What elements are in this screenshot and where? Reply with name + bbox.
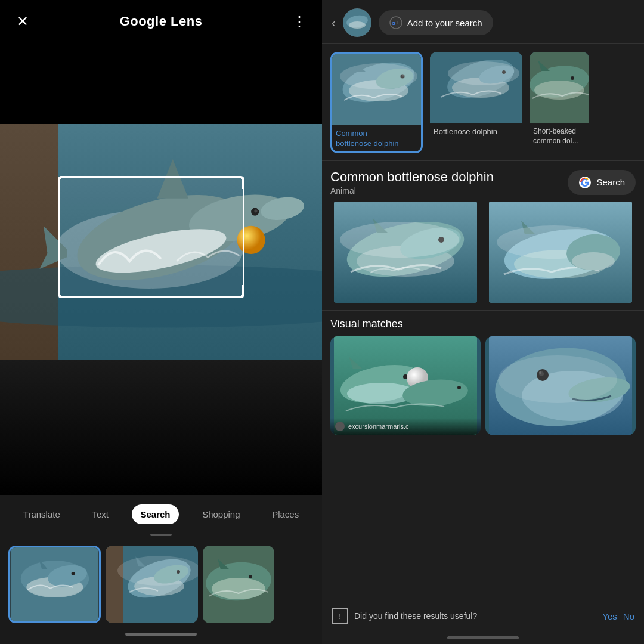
dolphin-scene-bg xyxy=(0,43,322,495)
svg-point-8 xyxy=(254,210,257,213)
svg-point-29 xyxy=(249,575,252,578)
visual-matches-section: Visual matches xyxy=(322,311,644,439)
thumb-1-image xyxy=(10,547,99,621)
species-selector-row: Commonbottlenose dolphin Bottlenose dolp… xyxy=(322,44,644,153)
corner-br xyxy=(231,285,244,298)
right-panel: ‹ G + Add to your search xyxy=(322,0,644,644)
thumb-2-image xyxy=(106,546,198,623)
big-image-1-content xyxy=(330,202,481,303)
species-card-2-image xyxy=(430,52,522,123)
corner-bl xyxy=(58,285,71,298)
corner-tl xyxy=(58,176,71,189)
visual-matches-title: Visual matches xyxy=(330,318,636,330)
visual-match-1[interactable]: excursionmarmaris.c xyxy=(330,336,481,435)
vm-card-1-footer: excursionmarmaris.c xyxy=(330,418,481,435)
header-thumb-image xyxy=(343,8,371,37)
add-to-search-button[interactable]: G + Add to your search xyxy=(379,10,493,35)
species-label-2: Bottlenose dolphin xyxy=(430,123,522,140)
tab-text[interactable]: Text xyxy=(83,504,117,524)
vm-site-icon-1 xyxy=(335,422,345,431)
feedback-bar: ! Did you find these results useful? Yes… xyxy=(322,599,644,633)
vm-card-2-image xyxy=(485,336,636,435)
thumbnails-row xyxy=(0,541,322,630)
svg-point-64 xyxy=(340,222,459,258)
back-button[interactable]: ‹ xyxy=(332,16,336,30)
vm-site-name-1: excursionmarmaris.c xyxy=(348,423,408,430)
home-indicator-left xyxy=(125,633,197,636)
svg-point-50 xyxy=(448,61,519,85)
left-header: ✕ Google Lens ⋮ xyxy=(0,0,322,43)
tab-translate[interactable]: Translate xyxy=(15,504,69,524)
big-image-2-content xyxy=(485,202,636,303)
google-plus-icon: G + xyxy=(389,16,402,29)
more-options-button[interactable]: ⋮ xyxy=(289,13,310,30)
svg-point-32 xyxy=(349,21,366,29)
tabs-row: Translate Text Search Shopping Places xyxy=(0,504,322,531)
svg-text:+: + xyxy=(396,20,400,26)
entity-type: Animal xyxy=(330,186,494,196)
species-card-2[interactable]: Bottlenose dolphin xyxy=(430,52,522,153)
svg-point-27 xyxy=(212,578,265,599)
svg-point-24 xyxy=(117,556,198,586)
search-button[interactable]: Search xyxy=(568,170,636,195)
bottom-section: Translate Text Search Shopping Places xyxy=(0,495,322,644)
species-card-1[interactable]: Commonbottlenose dolphin xyxy=(330,52,423,153)
svg-point-55 xyxy=(571,76,574,80)
thumbnail-1[interactable] xyxy=(8,546,101,623)
entity-info: Common bottlenose dolphin Animal xyxy=(330,169,494,196)
svg-point-91 xyxy=(498,355,617,403)
app-title: Google Lens xyxy=(120,14,203,29)
feedback-icon: ! xyxy=(332,608,348,624)
entity-name: Common bottlenose dolphin xyxy=(330,169,494,185)
visual-match-2[interactable] xyxy=(485,336,636,435)
corner-tr xyxy=(231,176,244,189)
svg-text:G: G xyxy=(392,21,395,26)
thumbnail-3[interactable] xyxy=(203,546,274,623)
header-thumbnail[interactable] xyxy=(343,8,371,37)
species-card-3[interactable]: Short-beakedcommon dol… xyxy=(530,52,589,153)
big-image-1[interactable] xyxy=(330,202,481,303)
svg-point-73 xyxy=(572,252,615,270)
google-title-lens: Lens xyxy=(166,14,202,29)
svg-point-15 xyxy=(72,572,75,575)
species-label-1: Commonbottlenose dolphin xyxy=(332,125,421,151)
species-img-1 xyxy=(332,54,421,125)
feedback-yes-button[interactable]: Yes xyxy=(602,611,617,621)
species-card-3-image xyxy=(530,52,589,123)
species-label-3: Short-beakedcommon dol… xyxy=(530,123,589,148)
water-scene xyxy=(0,124,322,359)
left-panel: ✕ Google Lens ⋮ xyxy=(0,0,322,644)
camera-view xyxy=(0,43,322,495)
close-button[interactable]: ✕ xyxy=(12,13,33,30)
right-header: ‹ G + Add to your search xyxy=(322,0,644,43)
tab-shopping[interactable]: Shopping xyxy=(194,504,248,524)
big-images-row xyxy=(322,202,644,303)
big-image-2[interactable] xyxy=(485,202,636,303)
feedback-no-button[interactable]: No xyxy=(623,611,634,621)
svg-point-82 xyxy=(457,386,461,389)
svg-rect-18 xyxy=(106,546,123,623)
home-indicator-right xyxy=(447,636,519,639)
google-g-icon xyxy=(578,176,592,189)
info-section: Common bottlenose dolphin Animal Search xyxy=(322,161,644,202)
tab-places[interactable]: Places xyxy=(264,504,307,524)
search-label: Search xyxy=(596,177,625,187)
add-search-label: Add to your search xyxy=(407,18,482,28)
species-card-1-image xyxy=(332,54,421,125)
thumbnail-2[interactable] xyxy=(106,546,198,623)
visual-matches-grid: excursionmarmaris.c xyxy=(330,336,636,435)
feedback-question: Did you find these results useful? xyxy=(354,611,592,621)
tab-search[interactable]: Search xyxy=(132,504,178,524)
google-title-google: Google xyxy=(120,14,167,29)
tab-indicator xyxy=(150,534,172,536)
svg-point-43 xyxy=(340,63,417,89)
species-img-3 xyxy=(530,52,589,123)
selection-box[interactable] xyxy=(58,176,244,298)
thumb-3-image xyxy=(203,546,274,623)
svg-point-53 xyxy=(534,80,584,100)
species-img-2 xyxy=(430,52,522,123)
